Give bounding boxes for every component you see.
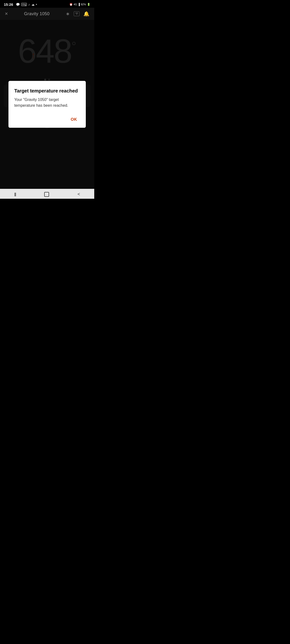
alarm-icon: ⏰ <box>69 3 73 6</box>
messenger-icon: 💬 <box>16 3 20 6</box>
nav-title: Gravity 1050 <box>24 11 50 16</box>
close-button[interactable]: × <box>5 10 8 17</box>
android-nav-bar: ||| < <box>0 189 94 199</box>
ok-button[interactable]: OK <box>68 115 80 124</box>
status-time: 15:26 <box>4 2 13 6</box>
weather-icon: ☁ <box>32 3 35 6</box>
status-icons-left: 💬 ring ♪ ☁ • <box>16 3 37 6</box>
bluetooth-icon[interactable]: ∗ <box>66 11 70 17</box>
android-back-icon[interactable]: < <box>78 192 80 197</box>
android-home-icon[interactable] <box>44 192 49 197</box>
dialog-body: Your "Gravity 1050" target temperature h… <box>14 97 80 108</box>
temp-unit-button[interactable]: °F <box>74 11 80 16</box>
battery-icon: 🔋 <box>87 3 90 6</box>
status-icons-right: ⏰ 4G ▐ 92% 🔋 <box>69 3 90 6</box>
ring-icon: ring <box>21 3 27 6</box>
dialog-title: Target temperature reached <box>14 88 80 94</box>
status-bar: 15:26 💬 ring ♪ ☁ • ⏰ 4G ▐ 92% 🔋 <box>0 0 94 8</box>
main-content: ↑ 648 ° Target temperature reached Your … <box>0 20 94 189</box>
signal-text: 4G <box>74 3 77 6</box>
signal-bars-icon: ▐ <box>78 3 80 6</box>
tiktok-icon: ♪ <box>28 3 30 6</box>
alert-dialog: Target temperature reached Your "Gravity… <box>9 81 86 128</box>
nav-right-icons: ∗ °F 🔔 <box>66 11 89 17</box>
nav-bar: × Gravity 1050 ∗ °F 🔔 <box>0 8 94 20</box>
dot-icon: • <box>36 3 37 6</box>
battery-percent: 92% <box>81 3 86 6</box>
dialog-actions: OK <box>14 114 80 124</box>
bell-icon[interactable]: 🔔 <box>83 11 89 17</box>
android-recent-apps-icon[interactable]: ||| <box>14 192 16 196</box>
dialog-overlay: Target temperature reached Your "Gravity… <box>0 20 94 189</box>
